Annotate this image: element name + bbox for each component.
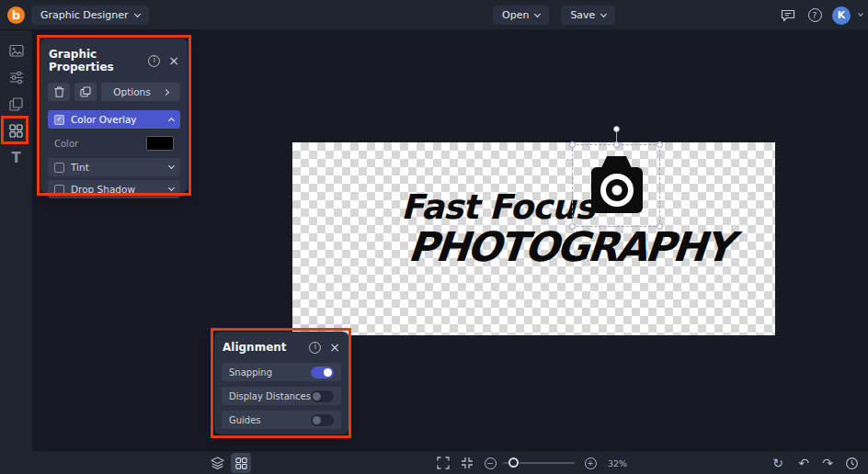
tint-label: Tint [71,162,89,173]
open-label: Open [502,9,529,21]
resize-handle-bottom-left[interactable] [569,223,576,230]
color-swatch[interactable] [146,136,174,151]
help-icon[interactable]: ? [805,6,824,25]
undo-icon[interactable]: ↶ [794,453,814,473]
overlays-icon[interactable] [0,91,32,118]
fit-to-screen-icon[interactable] [457,453,477,473]
resize-handle-top-left[interactable] [569,141,576,148]
selection-box[interactable] [572,144,660,227]
rotate-handle[interactable] [613,126,620,132]
color-overlay-label: Color Overlay [71,114,137,125]
grid-view-icon[interactable] [231,453,251,473]
logo-text-line2[interactable]: PHOTOGRAPHY [406,223,734,270]
snapping-toggle[interactable] [311,367,334,378]
edit-settings-icon[interactable] [0,64,32,91]
alignment-panel: Alignment i × Snapping Display Distances… [214,332,348,434]
graphic-toolbar: Options [48,83,180,101]
logo-text-line1[interactable]: Fast Focus [401,187,583,227]
info-glyph: i [154,57,155,64]
camera-graphic[interactable] [579,150,655,225]
drop-shadow-checkbox[interactable]: ✓ [54,185,64,195]
reset-icon[interactable]: ↻ [768,453,788,473]
panel-header: Graphic Properties i × [49,48,179,73]
image-manager-icon[interactable] [0,38,32,64]
chevron-down-icon [534,10,541,17]
drop-shadow-row[interactable]: ✓ Drop Shadow [48,180,180,198]
duplicate-button[interactable] [74,83,97,101]
snapping-row: Snapping [222,363,341,381]
reset-glyph: ↻ [772,457,783,469]
save-label: Save [570,9,595,21]
resize-handle-bottom-right[interactable] [657,223,663,230]
plus-glyph: + [585,457,597,469]
panel-header: Alignment i × [223,341,340,354]
open-button[interactable]: Open [493,6,549,25]
display-distances-label: Display Distances [229,391,311,401]
trash-icon [54,86,64,97]
panel-title: Alignment [223,341,309,354]
tools-sidebar: T [0,30,32,474]
resize-handle-top-right[interactable] [657,141,663,148]
account-chevron-icon[interactable] [858,11,863,17]
graphics-icon[interactable] [0,118,32,144]
info-icon[interactable]: i [148,55,160,67]
info-icon[interactable]: i [309,342,321,354]
panel-title: Graphic Properties [49,48,148,73]
zoom-out-icon[interactable]: − [480,453,500,473]
redo-glyph: ↷ [822,457,833,469]
chevron-down-icon [134,10,141,17]
chevron-down-icon [600,10,607,17]
resize-handle-top[interactable] [613,141,620,148]
options-label: Options [113,86,151,97]
text-tool-glyph: T [11,150,20,166]
display-distances-toggle[interactable] [311,390,334,402]
text-tool-icon[interactable]: T [0,144,32,171]
avatar-initial: K [838,9,846,21]
history-icon[interactable] [841,453,862,473]
logo-letter: b [12,8,20,22]
options-button[interactable]: Options [101,83,180,101]
info-glyph: i [314,344,316,351]
layers-icon[interactable] [207,453,227,473]
file-actions: Open Save [493,6,615,25]
zoom-percent: 32% [608,458,627,468]
account-actions: ? K [779,0,862,30]
tint-row[interactable]: ✓ Tint [48,158,180,176]
chevron-up-icon[interactable] [168,118,175,124]
chevron-down-icon[interactable] [168,185,175,191]
drop-shadow-label: Drop Shadow [71,184,135,195]
graphic-designer-label: Graphic Designer [40,9,129,21]
guides-row: Guides [222,411,341,429]
guides-toggle[interactable] [311,414,334,426]
delete-button[interactable] [48,83,70,101]
user-avatar[interactable]: K [832,6,851,25]
color-overlay-checkbox[interactable]: ✓ [54,115,64,125]
close-icon[interactable]: × [329,341,340,354]
guides-label: Guides [229,415,261,425]
snapping-label: Snapping [229,367,272,378]
tint-checkbox[interactable]: ✓ [54,163,64,173]
zoom-slider-knob[interactable] [508,457,519,468]
question-glyph: ? [808,8,822,22]
graphic-designer-menu[interactable]: Graphic Designer [31,6,149,25]
close-icon[interactable]: × [168,54,179,67]
check-icon: ✓ [56,116,63,123]
befunky-logo-icon[interactable]: b [7,6,25,24]
zoom-slider[interactable] [503,462,575,464]
design-artboard[interactable]: Fast Focus PHOTOGRAPHY [292,142,775,335]
feedback-icon[interactable] [779,6,797,25]
color-picker-row: Color [48,132,180,154]
fullscreen-icon[interactable] [433,453,453,473]
graphic-properties-panel: Graphic Properties i × Options ✓ Color O… [40,39,188,193]
zoom-in-icon[interactable]: + [580,453,600,473]
chevron-down-icon[interactable] [168,163,175,169]
save-button[interactable]: Save [561,6,615,25]
color-overlay-row[interactable]: ✓ Color Overlay [48,110,180,129]
rotation-stem [616,131,617,141]
topbar: b Graphic Designer Open Save ? K [0,0,868,30]
minus-glyph: − [485,457,497,469]
bottom-toolbar: − + 32% ↻ ↶ ↷ [32,450,868,474]
redo-icon[interactable]: ↷ [817,453,838,473]
copy-icon [80,86,91,97]
app-window: b Graphic Designer Open Save ? K [0,0,868,474]
